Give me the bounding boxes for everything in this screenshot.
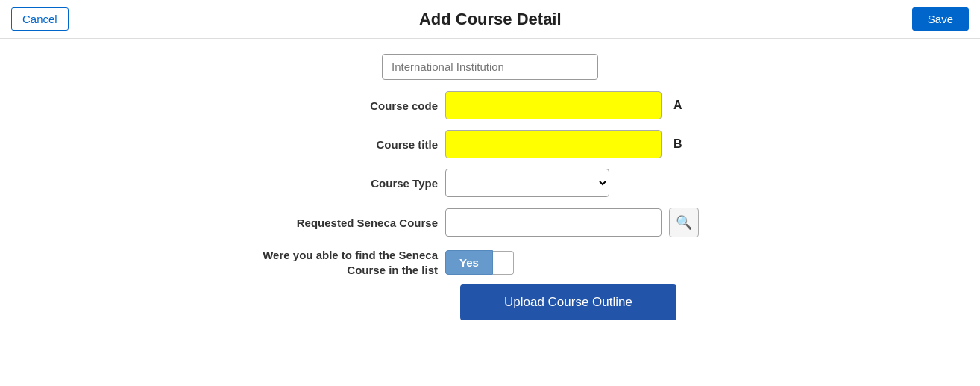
- course-title-input[interactable]: [445, 130, 662, 158]
- form-container: Course code A Course title B Course Type…: [229, 91, 751, 277]
- course-code-suffix: A: [673, 99, 682, 112]
- course-type-row: Course Type: [229, 169, 751, 197]
- page-header: Cancel Add Course Detail Save: [0, 0, 980, 39]
- course-code-label: Course code: [229, 99, 438, 112]
- search-icon: 🔍: [676, 214, 692, 231]
- upload-row: Upload Course Outline: [229, 277, 751, 320]
- course-type-select[interactable]: [445, 169, 609, 197]
- course-code-row: Course code A: [229, 91, 751, 119]
- find-seneca-row: Were you able to find the Seneca Course …: [229, 248, 751, 277]
- course-title-row: Course title B: [229, 130, 751, 158]
- course-type-label: Course Type: [229, 177, 438, 190]
- course-title-suffix: B: [673, 137, 682, 151]
- cancel-button[interactable]: Cancel: [11, 7, 69, 31]
- save-button[interactable]: Save: [912, 7, 969, 31]
- requested-seneca-row: Requested Seneca Course 🔍: [229, 208, 751, 237]
- yes-toggle: Yes: [445, 250, 514, 275]
- requested-seneca-input[interactable]: [445, 208, 662, 237]
- yes-button[interactable]: Yes: [445, 250, 493, 275]
- find-seneca-label: Were you able to find the Seneca Course …: [229, 248, 438, 277]
- upload-course-outline-button[interactable]: Upload Course Outline: [460, 284, 676, 320]
- institution-input[interactable]: [382, 54, 598, 80]
- yes-checkbox[interactable]: [493, 251, 514, 275]
- main-content: Course code A Course title B Course Type…: [0, 39, 980, 335]
- course-title-label: Course title: [229, 138, 438, 151]
- requested-seneca-label: Requested Seneca Course: [229, 217, 438, 229]
- course-code-input[interactable]: [445, 91, 662, 119]
- page-title: Add Course Detail: [69, 10, 912, 29]
- search-icon-button[interactable]: 🔍: [669, 208, 699, 237]
